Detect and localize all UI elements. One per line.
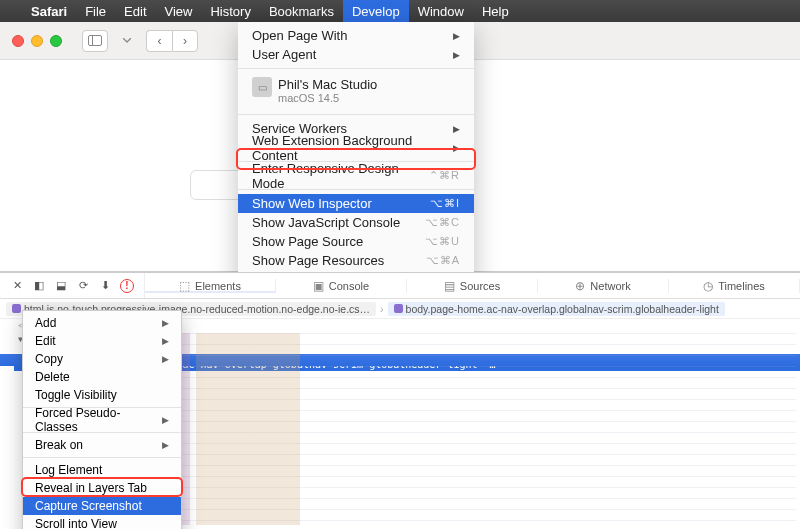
submenu-arrow-icon: ▶	[162, 336, 169, 346]
inspector-toolbar: ✕ ◧ ⬓ ⟳ ⬇ ! ⬚Elements ▣Console ▤Sources …	[0, 273, 800, 299]
ctx-copy[interactable]: Copy▶	[23, 350, 181, 368]
console-icon: ▣	[313, 279, 324, 293]
menubar-view[interactable]: View	[156, 0, 202, 22]
menu-device-item[interactable]: ▭ Phil's Mac Studio macOS 14.5	[238, 73, 474, 110]
menubar-file[interactable]: File	[76, 0, 115, 22]
ctx-separator	[23, 457, 181, 458]
submenu-arrow-icon: ▶	[453, 50, 460, 60]
timelines-icon: ◷	[703, 279, 713, 293]
tab-timelines[interactable]: ◷Timelines	[669, 279, 800, 293]
menu-web-ext-bg[interactable]: Web Extension Background Content▶	[238, 138, 474, 157]
blurred-source-code	[180, 333, 796, 525]
dock-side-button[interactable]: ◧	[32, 279, 46, 293]
window-traffic-lights	[12, 35, 62, 47]
sources-icon: ▤	[444, 279, 455, 293]
element-icon	[12, 304, 21, 313]
zoom-window-button[interactable]	[50, 35, 62, 47]
menu-separator	[238, 114, 474, 115]
sidebar-icon	[88, 35, 102, 46]
menubar-window[interactable]: Window	[409, 0, 473, 22]
ctx-capture-screenshot[interactable]: Capture Screenshot	[23, 497, 181, 515]
nav-back-forward: ‹ ›	[146, 30, 198, 52]
ctx-log-element[interactable]: Log Element	[23, 461, 181, 479]
menu-show-web-inspector[interactable]: Show Web Inspector⌥⌘I	[238, 194, 474, 213]
menu-separator	[238, 68, 474, 69]
submenu-arrow-icon: ▶	[453, 143, 460, 153]
menu-user-agent[interactable]: User Agent▶	[238, 45, 474, 64]
ctx-edit[interactable]: Edit▶	[23, 332, 181, 350]
menubar-help[interactable]: Help	[473, 0, 518, 22]
reload-button[interactable]: ⟳	[76, 279, 90, 293]
svg-rect-0	[89, 36, 102, 46]
sidebar-toggle-button[interactable]	[82, 30, 108, 52]
ctx-scroll-into-view[interactable]: Scroll into View	[23, 515, 181, 529]
menubar-bookmarks[interactable]: Bookmarks	[260, 0, 343, 22]
error-badge-icon[interactable]: !	[120, 279, 134, 293]
menu-open-page-with[interactable]: Open Page With▶	[238, 26, 474, 45]
menu-show-page-resources[interactable]: Show Page Resources⌥⌘A	[238, 251, 474, 270]
tab-sources[interactable]: ▤Sources	[407, 279, 538, 293]
menu-show-js-console[interactable]: Show JavaScript Console⌥⌘C	[238, 213, 474, 232]
back-button[interactable]: ‹	[146, 30, 172, 52]
inspector-tabs: ⬚Elements ▣Console ▤Sources ⊕Network ◷Ti…	[145, 279, 800, 293]
submenu-arrow-icon: ▶	[162, 354, 169, 364]
ctx-reveal-layers[interactable]: Reveal in Layers Tab	[23, 479, 181, 497]
chevron-down-icon	[123, 38, 131, 43]
device-name: Phil's Mac Studio	[278, 77, 460, 92]
tab-network[interactable]: ⊕Network	[538, 279, 669, 293]
close-inspector-button[interactable]: ✕	[10, 279, 24, 293]
ctx-delete[interactable]: Delete	[23, 368, 181, 386]
download-button[interactable]: ⬇	[98, 279, 112, 293]
ctx-toggle-visibility[interactable]: Toggle Visibility	[23, 386, 181, 404]
submenu-arrow-icon: ▶	[162, 318, 169, 328]
macos-menubar: Safari File Edit View History Bookmarks …	[0, 0, 800, 22]
elements-icon: ⬚	[179, 279, 190, 293]
menu-show-page-source[interactable]: Show Page Source⌥⌘U	[238, 232, 474, 251]
tab-elements[interactable]: ⬚Elements	[145, 279, 276, 293]
menubar-safari[interactable]: Safari	[22, 0, 76, 22]
ctx-pseudo-classes[interactable]: Forced Pseudo-Classes▶	[23, 411, 181, 429]
tab-dropdown-button[interactable]	[118, 30, 136, 52]
mac-device-icon: ▭	[252, 77, 272, 97]
element-icon	[394, 304, 403, 313]
menubar-history[interactable]: History	[201, 0, 259, 22]
ctx-break-on[interactable]: Break on▶	[23, 436, 181, 454]
ctx-add[interactable]: Add▶	[23, 314, 181, 332]
network-icon: ⊕	[575, 279, 585, 293]
crumb-body[interactable]: body.page-home.ac-nav-overlap.globalnav-…	[388, 302, 725, 316]
menubar-develop[interactable]: Develop	[343, 0, 409, 22]
submenu-arrow-icon: ▶	[162, 415, 169, 425]
dom-context-menu: Add▶ Edit▶ Copy▶ Delete Toggle Visibilit…	[22, 310, 182, 529]
submenu-arrow-icon: ▶	[162, 440, 169, 450]
forward-button[interactable]: ›	[172, 30, 198, 52]
menubar-edit[interactable]: Edit	[115, 0, 155, 22]
submenu-arrow-icon: ▶	[453, 31, 460, 41]
minimize-window-button[interactable]	[31, 35, 43, 47]
inspector-button-group: ✕ ◧ ⬓ ⟳ ⬇ !	[0, 273, 145, 298]
submenu-arrow-icon: ▶	[453, 124, 460, 134]
dock-bottom-button[interactable]: ⬓	[54, 279, 68, 293]
close-window-button[interactable]	[12, 35, 24, 47]
device-os: macOS 14.5	[278, 92, 460, 104]
menu-responsive-mode[interactable]: Enter Responsive Design Mode⌃⌘R	[238, 166, 474, 185]
tab-console[interactable]: ▣Console	[276, 279, 407, 293]
